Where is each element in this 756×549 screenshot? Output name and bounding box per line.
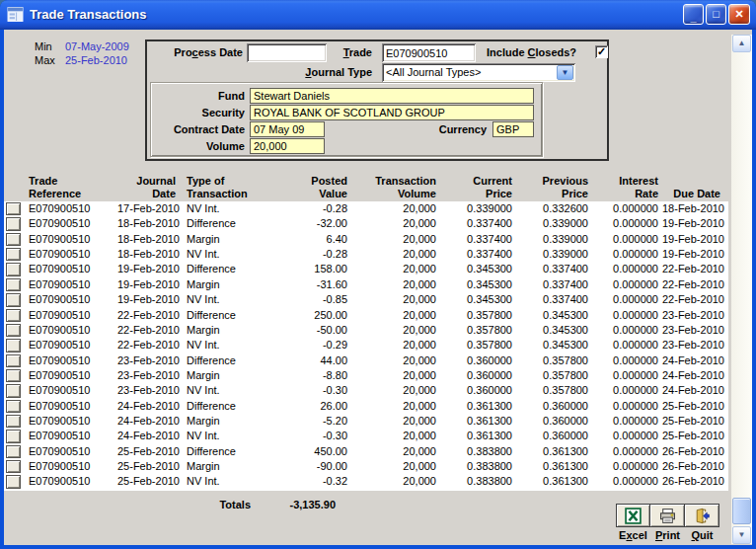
cell-journal-date: 25-Feb-2010 bbox=[117, 474, 180, 489]
table-row[interactable]: E070900510 24-Feb-2010 Difference 26.00 … bbox=[4, 399, 728, 414]
excel-label: Excel bbox=[616, 529, 650, 541]
row-selector[interactable] bbox=[6, 217, 21, 230]
table-row[interactable]: E070900510 19-Feb-2010 Margin -31.60 20,… bbox=[4, 277, 728, 292]
table-row[interactable]: E070900510 17-Feb-2010 NV Int. -0.28 20,… bbox=[4, 201, 728, 216]
exit-door-icon bbox=[694, 508, 711, 524]
cell-posted-value: -0.28 bbox=[288, 247, 351, 262]
row-selector[interactable] bbox=[6, 309, 21, 322]
cell-journal-date: 17-Feb-2010 bbox=[117, 201, 180, 216]
cell-due-date: 22-Feb-2010 bbox=[662, 292, 728, 307]
min-label: Min bbox=[35, 40, 52, 52]
cell-due-date: 24-Feb-2010 bbox=[662, 368, 728, 383]
cell-transaction-volume: 20,000 bbox=[351, 399, 440, 414]
security-field[interactable]: ROYAL BANK OF SCOTLAND GROUP bbox=[250, 105, 534, 120]
cell-trade-reference: E070900510 bbox=[22, 247, 117, 262]
col-header-current-price: CurrentPrice bbox=[440, 175, 516, 200]
print-button[interactable] bbox=[650, 504, 685, 527]
maximize-button[interactable]: □ bbox=[706, 4, 726, 25]
row-selector[interactable] bbox=[6, 324, 21, 337]
contract-date-field[interactable]: 07 May 09 bbox=[250, 121, 325, 137]
cell-current-price: 0.383800 bbox=[440, 444, 516, 459]
row-selector[interactable] bbox=[6, 248, 21, 261]
cell-previous-price: 0.360000 bbox=[516, 414, 592, 429]
cell-type-of-transaction: NV Int. bbox=[180, 383, 288, 398]
row-selector[interactable] bbox=[6, 430, 21, 442]
cell-posted-value: 250.00 bbox=[288, 308, 351, 323]
process-date-input[interactable] bbox=[247, 43, 327, 62]
row-selector[interactable] bbox=[6, 400, 21, 413]
cell-previous-price: 0.345300 bbox=[516, 338, 592, 353]
security-label: Security bbox=[161, 107, 245, 118]
table-row[interactable]: E070900510 22-Feb-2010 Difference 250.00… bbox=[4, 308, 728, 323]
journal-type-select[interactable]: <All Journal Types> ▼ bbox=[382, 63, 575, 82]
table-row[interactable]: E070900510 25-Feb-2010 Margin -90.00 20,… bbox=[4, 459, 728, 474]
chevron-down-icon[interactable]: ▼ bbox=[557, 65, 573, 80]
include-closeds-checkbox[interactable]: ✓ bbox=[595, 45, 608, 58]
close-button[interactable]: ✕ bbox=[728, 4, 750, 25]
volume-field[interactable]: 20,000 bbox=[250, 138, 325, 154]
table-row[interactable]: E070900510 18-Feb-2010 Margin 6.40 20,00… bbox=[4, 232, 728, 247]
row-selector[interactable] bbox=[6, 415, 21, 428]
quit-button[interactable] bbox=[685, 504, 719, 527]
totals-value: -3,135.90 bbox=[243, 499, 336, 510]
row-selector[interactable] bbox=[6, 233, 21, 246]
cell-journal-date: 22-Feb-2010 bbox=[117, 308, 180, 323]
row-selector[interactable] bbox=[6, 475, 21, 488]
cell-due-date: 23-Feb-2010 bbox=[662, 323, 728, 338]
row-selector[interactable] bbox=[6, 445, 21, 458]
row-selector[interactable] bbox=[6, 293, 21, 306]
table-row[interactable]: E070900510 24-Feb-2010 NV Int. -0.30 20,… bbox=[4, 429, 728, 443]
trade-input[interactable] bbox=[382, 43, 476, 62]
cell-posted-value: 450.00 bbox=[288, 444, 351, 459]
cell-journal-date: 23-Feb-2010 bbox=[117, 368, 180, 383]
cell-posted-value: 158.00 bbox=[288, 262, 351, 276]
row-selector[interactable] bbox=[6, 369, 21, 382]
table-row[interactable]: E070900510 25-Feb-2010 NV Int. -0.32 20,… bbox=[4, 474, 728, 489]
table-row[interactable]: E070900510 18-Feb-2010 NV Int. -0.28 20,… bbox=[4, 247, 728, 262]
title-bar[interactable]: Trade Transactions _ □ ✕ bbox=[0, 0, 756, 30]
form-icon bbox=[7, 6, 24, 23]
cell-posted-value: -0.29 bbox=[288, 338, 351, 353]
row-selector[interactable] bbox=[6, 278, 21, 291]
cell-type-of-transaction: Margin bbox=[180, 232, 288, 247]
fund-field[interactable]: Stewart Daniels bbox=[250, 88, 534, 104]
row-selector[interactable] bbox=[6, 384, 21, 397]
cell-due-date: 24-Feb-2010 bbox=[662, 353, 728, 368]
cell-posted-value: 6.40 bbox=[288, 232, 351, 247]
scroll-up-button[interactable]: ▲ bbox=[732, 35, 751, 52]
currency-field[interactable]: GBP bbox=[492, 121, 534, 137]
cell-trade-reference: E070900510 bbox=[22, 216, 117, 231]
cell-previous-price: 0.360000 bbox=[516, 399, 592, 414]
vertical-scrollbar[interactable]: ▲ ▼ bbox=[731, 35, 752, 544]
table-row[interactable]: E070900510 18-Feb-2010 Difference -32.00… bbox=[4, 216, 728, 231]
table-row[interactable]: E070900510 23-Feb-2010 Margin -8.80 20,0… bbox=[4, 368, 728, 383]
table-row[interactable]: E070900510 23-Feb-2010 Difference 44.00 … bbox=[4, 353, 728, 368]
table-row[interactable]: E070900510 25-Feb-2010 Difference 450.00… bbox=[4, 444, 728, 459]
scrollbar-thumb[interactable] bbox=[732, 498, 751, 524]
cell-interest-rate: 0.000000 bbox=[592, 292, 662, 307]
table-row[interactable]: E070900510 22-Feb-2010 NV Int. -0.29 20,… bbox=[4, 338, 728, 353]
row-selector[interactable] bbox=[6, 202, 21, 215]
row-selector[interactable] bbox=[6, 460, 21, 473]
row-selector[interactable] bbox=[6, 354, 21, 367]
excel-button[interactable] bbox=[616, 504, 650, 527]
cell-journal-date: 25-Feb-2010 bbox=[117, 459, 180, 474]
table-row[interactable]: E070900510 22-Feb-2010 Margin -50.00 20,… bbox=[4, 323, 728, 338]
cell-posted-value: -0.28 bbox=[288, 201, 351, 216]
cell-posted-value: -31.60 bbox=[288, 277, 351, 292]
cell-interest-rate: 0.000000 bbox=[592, 414, 662, 429]
table-header: TradeReference JournalDate Type ofTransa… bbox=[4, 171, 728, 200]
table-row[interactable]: E070900510 24-Feb-2010 Margin -5.20 20,0… bbox=[4, 414, 728, 429]
table-row[interactable]: E070900510 19-Feb-2010 NV Int. -0.85 20,… bbox=[4, 292, 728, 307]
max-date: 25-Feb-2010 bbox=[65, 54, 127, 66]
cell-transaction-volume: 20,000 bbox=[351, 353, 440, 368]
table-row[interactable]: E070900510 19-Feb-2010 Difference 158.00… bbox=[4, 262, 728, 276]
row-selector[interactable] bbox=[6, 263, 21, 275]
scroll-down-button[interactable]: ▼ bbox=[732, 526, 751, 544]
row-selector[interactable] bbox=[6, 339, 21, 352]
cell-due-date: 22-Feb-2010 bbox=[662, 277, 728, 292]
cell-posted-value: 44.00 bbox=[288, 353, 351, 368]
cell-current-price: 0.360000 bbox=[440, 383, 516, 398]
minimize-button[interactable]: _ bbox=[683, 4, 704, 25]
table-row[interactable]: E070900510 23-Feb-2010 NV Int. -0.30 20,… bbox=[4, 383, 728, 398]
